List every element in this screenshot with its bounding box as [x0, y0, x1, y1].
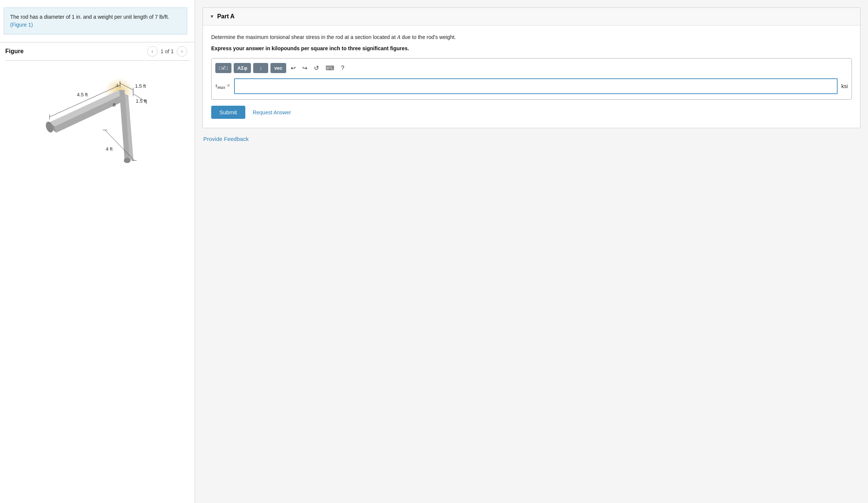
question-emphasis: Express your answer in kilopounds per sq…: [211, 45, 852, 51]
label-B: B: [113, 102, 116, 108]
figure-svg: A B 4.5 ft 1.5 ft 1.5 ft: [19, 64, 176, 177]
right-panel: ▼ Part A Determine the maximum torsional…: [195, 0, 868, 503]
keyboard-button[interactable]: ⌨: [323, 63, 336, 73]
undo-button[interactable]: ↩: [288, 63, 298, 73]
next-figure-button[interactable]: ›: [177, 46, 187, 57]
dim-15ft-top: 1.5 ft: [135, 83, 146, 89]
arrows-button[interactable]: ↕: [253, 63, 268, 73]
prev-figure-button[interactable]: ‹: [147, 46, 158, 57]
answer-input[interactable]: [234, 78, 838, 94]
rod-bottom-face: [55, 94, 126, 133]
part-toggle-icon[interactable]: ▼: [210, 14, 214, 19]
help-button[interactable]: ?: [339, 63, 347, 73]
part-header: ▼ Part A: [203, 8, 860, 25]
figure-title: Figure: [5, 48, 24, 55]
math-toolbar: □√□ ΑΣφ ↕ vec ↩ ↪ ↺ ⌨ ?: [215, 63, 848, 73]
action-row: Submit Request Answer: [211, 106, 852, 119]
reset-button[interactable]: ↺: [312, 63, 321, 73]
figure-page-indicator: 1 of 1: [161, 48, 174, 54]
submit-button[interactable]: Submit: [211, 106, 245, 119]
dim-45ft: 4.5 ft: [77, 92, 88, 97]
question-text: Determine the maximum torsional shear st…: [211, 33, 852, 42]
redo-button[interactable]: ↪: [300, 63, 309, 73]
figure-navigation: ‹ 1 of 1 ›: [147, 46, 187, 57]
figure-section: Figure ‹ 1 of 1 ›: [0, 42, 195, 181]
provide-feedback-link[interactable]: Provide Feedback: [203, 136, 860, 142]
part-content: Determine the maximum torsional shear st…: [203, 25, 860, 128]
unit-label: ksi: [841, 83, 848, 89]
figure-link[interactable]: (Figure 1): [10, 22, 33, 28]
left-panel: The rod has a diameter of 1 in. and a we…: [0, 0, 195, 503]
math-input-box: □√□ ΑΣφ ↕ vec ↩ ↪ ↺ ⌨ ?: [211, 58, 852, 100]
sigma-button[interactable]: ΑΣφ: [234, 63, 251, 73]
problem-statement: The rod has a diameter of 1 in. and a we…: [4, 7, 187, 34]
question-card: ▼ Part A Determine the maximum torsional…: [203, 7, 860, 128]
answer-label: τmax =: [215, 82, 230, 90]
rod-bottom-cap: [124, 158, 131, 163]
sqrt-button[interactable]: □√□: [215, 63, 231, 73]
vec-button[interactable]: vec: [270, 63, 286, 73]
dim-4ft: 4 ft: [106, 146, 113, 152]
part-label: Part A: [217, 13, 235, 20]
figure-image: A B 4.5 ft 1.5 ft 1.5 ft: [0, 61, 195, 181]
dim-15ft-side: 1.5 ft: [136, 98, 147, 104]
request-answer-link[interactable]: Request Answer: [253, 109, 291, 115]
answer-row: τmax = ksi: [215, 78, 848, 94]
figure-header: Figure ‹ 1 of 1 ›: [0, 46, 195, 60]
problem-text-content: The rod has a diameter of 1 in. and a we…: [10, 14, 169, 20]
